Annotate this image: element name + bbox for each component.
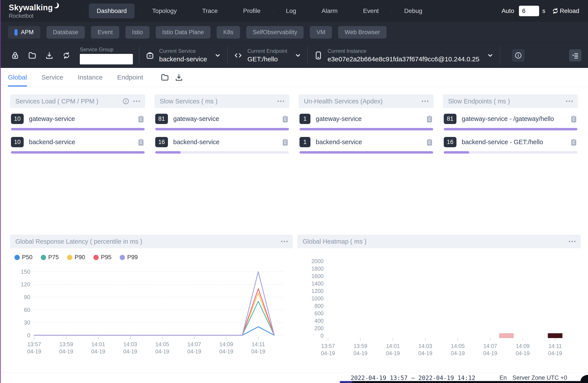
info-icon[interactable] [122,98,129,105]
nav-item-dashboard[interactable]: Dashboard [89,3,135,19]
current-endpoint-selector[interactable]: Current Endpoint GET:/hello [234,48,301,63]
nav-item-trace[interactable]: Trace [194,3,226,19]
service-group-label: Service Group [80,46,133,53]
chip-istio-data-plane[interactable]: Istio Data Plane [156,26,211,39]
card-global-heatmap: Global Heatmap ( ms ) 020040060080010001… [297,235,581,360]
folder-icon[interactable] [28,51,36,60]
metric-value-badge: 10 [11,137,24,147]
metric-row[interactable]: 16 backend-service [155,137,289,154]
clipboard-icon[interactable] [281,115,289,123]
clipboard-icon[interactable] [426,138,433,146]
svg-text:14:11: 14:11 [548,343,562,349]
nav-item-log[interactable]: Log [278,3,304,19]
brand-name: Skywalking [9,3,53,12]
tab-global[interactable]: Global [8,68,27,86]
legend-dot [41,255,46,260]
metric-value-badge: 16 [155,137,168,147]
nav-item-event[interactable]: Event [355,3,387,19]
brand-logo[interactable]: Skywalking Rocketbot [9,3,60,19]
card-menu-icon[interactable] [569,241,575,242]
template-panel-toggle[interactable] [569,49,581,61]
service-group-input[interactable] [80,54,133,64]
card-menu-icon[interactable] [566,101,573,102]
chip-vm[interactable]: VM [310,26,332,39]
metric-row[interactable]: 81 gateway-service - /gateway/hello [444,114,577,130]
svg-text:150: 150 [21,268,30,275]
reload-button[interactable]: Reload [552,7,579,15]
svg-text:04-19: 04-19 [548,350,562,356]
nav-item-topology[interactable]: Topology [144,3,185,19]
metric-bar [11,128,145,130]
svg-text:13:59: 13:59 [354,343,367,349]
legend-item-p75[interactable]: P75 [41,254,59,261]
legend-item-p99[interactable]: P99 [120,254,138,261]
refresh-icon[interactable] [62,51,71,60]
clipboard-icon[interactable] [137,115,145,123]
language-selector[interactable]: En [499,374,507,381]
chip-web-browser[interactable]: Web Browser [338,26,387,39]
instance-device-icon [314,51,323,60]
clipboard-icon[interactable] [137,138,145,146]
legend-label: P75 [48,254,59,261]
metric-value-badge: 81 [444,114,457,124]
tab-instance[interactable]: Instance [78,68,103,86]
card-menu-icon[interactable] [277,101,284,102]
chip-event[interactable]: Event [91,26,119,39]
nav-item-alarm[interactable]: Alarm [314,3,346,19]
svg-text:60: 60 [24,306,30,313]
legend-item-p95[interactable]: P95 [93,254,111,261]
chip-istio[interactable]: Istio [126,26,149,39]
chip-apm[interactable]: APM [8,26,40,39]
card-global-response-latency: Global Response Latency ( percentile in … [10,235,293,360]
svg-text:14:09: 14:09 [219,341,233,347]
svg-text:1600: 1600 [311,273,324,279]
metric-row[interactable]: 81 gateway-service [155,114,289,130]
svg-text:04-19: 04-19 [91,348,105,355]
card-title: Slow Services ( ms ) [160,98,217,105]
folder-icon[interactable] [161,73,169,81]
clipboard-icon[interactable] [570,115,577,123]
card-menu-icon[interactable] [133,101,140,102]
download-icon[interactable] [45,51,54,60]
info-icon [515,52,522,59]
svg-text:14:05: 14:05 [155,341,169,347]
chip-k8s[interactable]: K8s [217,26,240,39]
server-zone-selector[interactable]: Server Zone UTC +0 [512,374,567,381]
current-instance-selector[interactable]: Current Instance e3e07e2a2b664e8c91fda37… [314,48,494,63]
card-menu-icon[interactable] [422,101,428,102]
global-heatmap-chart[interactable]: 020040060080010001200140016001800200013:… [297,249,581,359]
charts-section: Global Response Latency ( percentile in … [10,235,579,360]
card-menu-icon[interactable] [281,241,288,242]
clipboard-icon[interactable] [570,138,577,146]
metric-row[interactable]: 16 backend-service - GET:/hello [444,137,577,154]
clipboard-icon[interactable] [281,138,289,146]
legend-item-p50[interactable]: P50 [15,254,32,261]
metric-row[interactable]: 10 gateway-service [11,114,145,130]
metric-row[interactable]: 1 backend-service [299,137,433,154]
metric-row[interactable]: 10 backend-service [11,137,145,154]
tab-service[interactable]: Service [42,68,63,86]
lock-icon[interactable] [11,51,19,60]
tab-endpoint[interactable]: Endpoint [117,68,143,86]
panel-toggle-icon [571,52,579,59]
clipboard-icon[interactable] [426,115,433,123]
metric-name: gateway-service [316,115,362,122]
dashboard-template-tabs: APM Database Event Istio Istio Data Plan… [0,22,588,43]
info-button[interactable] [512,49,525,62]
metric-row[interactable]: 1 gateway-service [299,114,433,130]
latency-line-chart[interactable]: 030609012015013:5704-1913:5904-1914:0104… [10,261,293,357]
svg-text:14:01: 14:01 [386,343,400,349]
endpoint-code-icon [234,51,242,60]
card-title: Services Load ( CPM / PPM ) [15,98,98,105]
auto-interval-input[interactable] [519,6,539,16]
nav-item-profile[interactable]: Profile [235,3,268,19]
legend-item-p90[interactable]: P90 [67,254,85,261]
time-range-picker[interactable]: 2022-04-19 13:57 ~ 2022-04-19 14:12 [351,374,475,381]
nav-item-debug[interactable]: Debug [396,3,430,19]
current-service-selector[interactable]: Current Service backend-service [146,48,221,63]
svg-text:1000: 1000 [311,295,324,302]
chip-selfobservability[interactable]: SelfObservability [246,26,304,39]
download-icon[interactable] [175,73,183,81]
chip-database[interactable]: Database [46,26,85,39]
card-header: Services Load ( CPM / PPM ) [10,94,145,108]
